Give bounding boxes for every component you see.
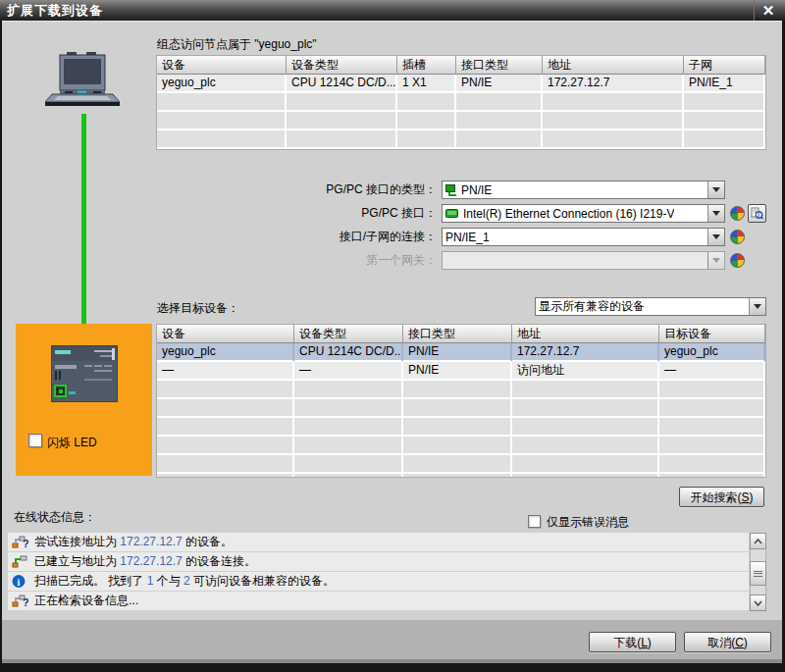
table-cell bbox=[157, 437, 294, 455]
titlebar[interactable]: 扩展下载到设备 ✕ bbox=[0, 0, 785, 21]
table-empty-row bbox=[157, 418, 765, 437]
device-filter-select[interactable]: 显示所有兼容的设备 bbox=[535, 297, 766, 316]
scroll-down-button[interactable] bbox=[750, 594, 766, 611]
table-cell bbox=[659, 437, 765, 455]
dropdown-arrow-icon bbox=[707, 252, 724, 269]
column-header[interactable]: 设备 bbox=[157, 325, 294, 343]
table-header-row: 设备设备类型插槽接口类型地址子网 bbox=[157, 56, 765, 75]
detect-interface-button[interactable] bbox=[748, 204, 766, 223]
pnie-plug-icon bbox=[445, 184, 457, 196]
dropdown-arrow-icon[interactable] bbox=[749, 298, 765, 315]
subnet-connection-label: 接口/子网的连接： bbox=[245, 228, 437, 246]
table-cell bbox=[157, 381, 294, 399]
dropdown-arrow-icon[interactable] bbox=[707, 229, 724, 245]
table-cell bbox=[684, 93, 765, 112]
pgpc-interface-select[interactable]: Intel(R) Ethernet Connection (16) I219-V bbox=[442, 204, 725, 223]
connect-established-icon bbox=[12, 554, 28, 569]
table-cell bbox=[157, 474, 294, 478]
status-message: ?正在检索设备信息... bbox=[8, 592, 749, 610]
subnet-connection-select[interactable]: PN/IE_1 bbox=[442, 228, 725, 246]
table-cell bbox=[659, 399, 765, 418]
column-header[interactable]: 地址 bbox=[512, 325, 659, 343]
status-message-text: 已建立与地址为 172.27.12.7 的设备连接。 bbox=[34, 553, 256, 570]
table-row[interactable]: yeguo_plcCPU 1214C DC/D...PN/IE172.27.12… bbox=[157, 343, 765, 362]
globe-icon bbox=[730, 230, 745, 244]
table-cell bbox=[512, 399, 659, 418]
start-search-button[interactable]: 开始搜索(S) bbox=[679, 487, 764, 507]
table-empty-row bbox=[157, 455, 765, 474]
table-cell bbox=[456, 130, 543, 149]
download-button[interactable]: 下载(L) bbox=[589, 632, 676, 652]
table-cell: 访问地址 bbox=[512, 362, 659, 381]
table-row[interactable]: yeguo_plcCPU 1214C DC/D...1 X1PN/IE172.2… bbox=[157, 75, 765, 93]
table-cell bbox=[294, 381, 403, 399]
table-cell: CPU 1214C DC/D... bbox=[294, 343, 403, 362]
select-target-label: 选择目标设备： bbox=[157, 300, 239, 317]
plc-device-image bbox=[51, 345, 118, 404]
column-header[interactable]: 设备 bbox=[157, 56, 287, 75]
status-message: 已建立与地址为 172.27.12.7 的设备连接。 bbox=[8, 552, 749, 571]
table-row[interactable]: ——PN/IE访问地址— bbox=[157, 362, 765, 381]
close-button[interactable]: ✕ bbox=[754, 0, 782, 21]
dropdown-arrow-icon[interactable] bbox=[707, 205, 724, 222]
table-cell bbox=[157, 112, 287, 130]
info-icon: i bbox=[12, 574, 28, 589]
online-status-label: 在线状态信息： bbox=[14, 509, 96, 526]
device-filter-value: 显示所有兼容的设备 bbox=[539, 298, 645, 315]
column-header[interactable]: 目标设备 bbox=[659, 325, 765, 343]
column-header[interactable]: 插槽 bbox=[397, 56, 456, 75]
cancel-button[interactable]: 取消(C) bbox=[684, 632, 771, 652]
scrollbar-thumb[interactable] bbox=[750, 561, 766, 586]
column-header[interactable]: 地址 bbox=[543, 56, 684, 75]
only-errors-label: 仅显示错误消息 bbox=[547, 514, 629, 531]
table-empty-row bbox=[157, 130, 765, 149]
connect-attempt-icon: ? bbox=[12, 535, 28, 549]
table-cell bbox=[287, 93, 397, 112]
table-cell: PN/IE_1 bbox=[684, 75, 765, 93]
table-empty-row bbox=[157, 381, 765, 399]
status-message-text: 尝试连接地址为 172.27.12.7 的设备。 bbox=[34, 534, 233, 550]
connect-attempt-icon: ? bbox=[12, 594, 28, 608]
flash-led-checkbox[interactable] bbox=[28, 434, 42, 447]
table-cell: yeguo_plc bbox=[659, 343, 765, 362]
status-message: i扫描已完成。 找到了 1 个与 2 可访问设备相兼容的设备。 bbox=[8, 572, 749, 591]
pgpc-interface-value: Intel(R) Ethernet Connection (16) I219-V bbox=[463, 207, 674, 221]
column-header[interactable]: 设备类型 bbox=[294, 325, 403, 343]
column-header[interactable]: 设备类型 bbox=[287, 56, 397, 75]
first-gateway-label: 第一个网关： bbox=[245, 251, 437, 270]
table-cell bbox=[403, 437, 512, 455]
table-cell bbox=[294, 418, 403, 437]
target-devices-table: 设备设备类型接口类型地址目标设备yeguo_plcCPU 1214C DC/D.… bbox=[156, 324, 766, 478]
column-header[interactable]: 接口类型 bbox=[403, 325, 512, 343]
table-cell bbox=[157, 418, 294, 437]
pgpc-interface-label: PG/PC 接口： bbox=[245, 204, 437, 223]
scroll-up-button[interactable] bbox=[750, 533, 766, 549]
table-cell bbox=[512, 455, 659, 474]
column-header[interactable]: 子网 bbox=[684, 56, 765, 75]
table-cell bbox=[512, 474, 659, 478]
status-message-text: 正在检索设备信息... bbox=[34, 593, 138, 609]
first-gateway-select bbox=[442, 251, 725, 270]
only-errors-checkbox[interactable] bbox=[528, 515, 541, 528]
table-header-row: 设备设备类型接口类型地址目标设备 bbox=[157, 325, 765, 343]
table-cell bbox=[456, 93, 543, 112]
ethernet-cable bbox=[81, 114, 86, 350]
table-cell bbox=[287, 112, 397, 130]
table-empty-row bbox=[157, 93, 765, 112]
table-cell: yeguo_plc bbox=[157, 75, 287, 93]
pgpc-type-select[interactable]: PN/IE bbox=[442, 181, 725, 199]
table-cell: — bbox=[659, 362, 765, 381]
table-cell bbox=[397, 130, 456, 149]
subnet-connection-value: PN/IE_1 bbox=[445, 231, 490, 244]
table-cell bbox=[512, 437, 659, 455]
status-message: ?尝试连接地址为 172.27.12.7 的设备。 bbox=[8, 533, 749, 551]
table-cell: PN/IE bbox=[456, 75, 543, 93]
dialog-title: 扩展下载到设备 bbox=[0, 2, 103, 20]
flash-led-label: 闪烁 LED bbox=[47, 435, 97, 451]
column-header[interactable]: 接口类型 bbox=[456, 56, 543, 75]
table-cell bbox=[403, 399, 512, 418]
table-cell bbox=[659, 455, 765, 474]
svg-text:?: ? bbox=[23, 538, 28, 549]
dropdown-arrow-icon[interactable] bbox=[707, 181, 724, 198]
table-cell bbox=[157, 93, 287, 112]
